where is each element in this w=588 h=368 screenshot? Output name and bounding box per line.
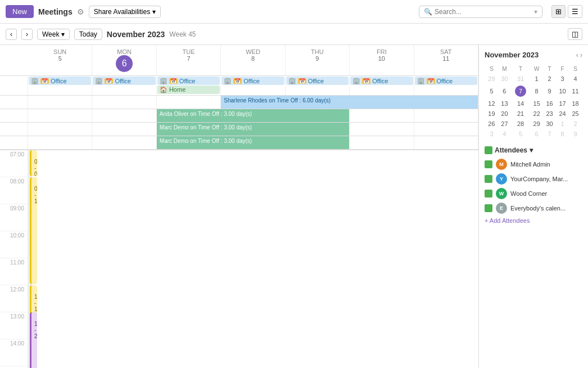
share-availabilities-button[interactable]: Share Availabilities ▾ [89, 6, 161, 18]
home-event-tue[interactable]: 🏠 Home [157, 86, 220, 94]
mini-day[interactable]: 21 [512, 109, 530, 118]
mini-day[interactable]: 2 [544, 74, 555, 83]
mini-day[interactable]: 9 [544, 84, 555, 98]
office-event-sat[interactable]: 🏢 📅 Office [415, 77, 477, 85]
mini-cal-prev-button[interactable]: ‹ [576, 51, 578, 59]
mini-day[interactable]: 24 [557, 109, 568, 118]
attendee-checkbox-everybody[interactable] [485, 204, 492, 212]
list-view-button[interactable]: ☰ [568, 5, 582, 18]
allday-sat: 🏢 📅 Office [414, 76, 478, 95]
mini-day[interactable]: 8 [557, 129, 568, 138]
sharlene-timeoff-event[interactable]: Sharlene Rhodes on Time Off : 6.00 day(s… [221, 96, 478, 109]
timed-event-warranty[interactable]: Warranty (#03)07:00 - 08:00 [30, 150, 37, 176]
office-event-thu[interactable]: 🏢 📅 Office [286, 77, 349, 85]
mini-day[interactable]: 6 [499, 84, 510, 98]
search-box[interactable]: 🔍 ▾ [419, 6, 542, 18]
marc-timeoff-event1[interactable]: Marc Demo on Time Off : 3.00 day(s) [157, 123, 350, 136]
time-grid-body: 07:0008:0009:0010:0011:0012:0013:0014:00… [0, 150, 478, 368]
time-label-10:00: 10:00 [0, 231, 28, 258]
allday-tue: 🏢 📅 Office 🏠 Home [157, 76, 221, 95]
allday-fri: 🏢 📅 Office [350, 76, 414, 95]
mini-day[interactable]: 2 [569, 119, 581, 128]
sharlene-timeoff-row: Sharlene Rhodes on Time Off : 6.00 day(s… [0, 96, 478, 109]
anita-timeoff-event[interactable]: Anita Oliver on Time Off : 3.00 day(s) [157, 109, 350, 122]
navbar: ‹ › Week ▾ Today November 2023 Week 45 ◫ [0, 24, 588, 45]
prev-week-button[interactable]: ‹ [6, 29, 17, 40]
mini-day[interactable]: 22 [531, 109, 542, 118]
mini-day[interactable]: 26 [486, 119, 497, 128]
view-toggle: ⊞ ☰ [551, 5, 582, 18]
home-icon: 🏠 [160, 86, 168, 93]
marc-timeoff-event2[interactable]: Marc Demo on Time Off : 3.00 day(s) [157, 136, 350, 149]
office-event-sun[interactable]: 🏢 📅 Office [29, 77, 91, 85]
mini-day[interactable]: 19 [486, 109, 497, 118]
marc-timeoff-row2: Marc Demo on Time Off : 3.00 day(s) [0, 136, 478, 150]
mini-day[interactable]: 4 [499, 129, 510, 138]
time-gutter-header [0, 45, 28, 75]
attendee-checkbox-yourcompany[interactable] [485, 175, 492, 183]
mini-day[interactable]: 5 [486, 84, 497, 98]
mini-day[interactable]: 25 [569, 109, 581, 118]
building-icon: 🏢 [224, 77, 232, 84]
mini-day[interactable]: 7 [512, 84, 530, 98]
mini-dow-t1: T [512, 65, 530, 73]
next-week-button[interactable]: › [21, 29, 33, 40]
mini-day[interactable]: 1 [531, 74, 542, 83]
mini-cal-week1: 29 30 31 1 2 3 4 [486, 74, 581, 83]
mini-day[interactable]: 10 [557, 84, 568, 98]
mini-day[interactable]: 29 [486, 74, 497, 83]
collapse-sidebar-button[interactable]: ◫ [568, 28, 582, 40]
mini-day[interactable]: 12 [486, 99, 497, 108]
mini-day[interactable]: 7 [544, 129, 555, 138]
timed-event-initial-discussion[interactable]: Initial discussion13:00 - 20:00 [30, 312, 37, 368]
mini-day[interactable]: 14 [512, 99, 530, 108]
gear-icon[interactable]: ⚙ [77, 7, 84, 16]
search-dropdown-icon[interactable]: ▾ [534, 8, 537, 16]
building-icon: 🏢 [160, 77, 168, 84]
mini-day[interactable]: 23 [544, 109, 555, 118]
timed-event-presentation[interactable]: Presentation for new serv...08:00 - 12:0… [30, 177, 37, 284]
mini-day[interactable]: 15 [531, 99, 542, 108]
mini-day[interactable]: 30 [544, 119, 555, 128]
calendar-view-button[interactable]: ⊞ [551, 5, 566, 18]
office-event-mon[interactable]: 🏢 📅 Office [93, 77, 155, 85]
week-picker-button[interactable]: Week ▾ [37, 29, 70, 40]
today-button[interactable]: Today [74, 29, 102, 40]
mini-day[interactable]: 11 [569, 84, 581, 98]
mini-day[interactable]: 20 [499, 109, 510, 118]
mini-day[interactable]: 27 [499, 119, 510, 128]
mini-day[interactable]: 13 [499, 99, 510, 108]
mini-day[interactable]: 31 [512, 74, 530, 83]
mini-day[interactable]: 16 [544, 99, 555, 108]
search-input[interactable] [435, 8, 534, 16]
mini-day[interactable]: 29 [531, 119, 542, 128]
building-icon: 🏢 [352, 77, 360, 84]
office-label-icon: 📅 [40, 78, 49, 84]
attendees-header[interactable]: Attendees ▾ [485, 146, 582, 154]
add-attendees-button[interactable]: + Add Attendees [485, 217, 582, 224]
current-period: November 2023 [107, 30, 165, 39]
day-header-mon: MON 6 [92, 45, 156, 75]
mini-day[interactable]: 6 [531, 129, 542, 138]
office-event-fri[interactable]: 🏢 📅 Office [350, 77, 413, 85]
mini-day[interactable]: 3 [557, 74, 568, 83]
day-header-sat: SAT 11 [414, 45, 478, 75]
attendee-checkbox-mitchell[interactable] [485, 160, 492, 168]
mini-day[interactable]: 3 [486, 129, 497, 138]
mini-cal-next-button[interactable]: › [580, 51, 582, 59]
mini-day[interactable]: 17 [557, 99, 568, 108]
office-event-wed[interactable]: 🏢 📅 Office [221, 77, 284, 85]
new-button[interactable]: New [6, 5, 34, 18]
mini-day[interactable]: 30 [499, 74, 510, 83]
mini-cal-week3: 12 13 14 15 16 17 18 [486, 99, 581, 108]
mini-day[interactable]: 9 [569, 129, 581, 138]
mini-cal-title: November 2023 [485, 51, 539, 59]
mini-day[interactable]: 5 [512, 129, 530, 138]
mini-day[interactable]: 1 [557, 119, 568, 128]
mini-day[interactable]: 28 [512, 119, 530, 128]
office-event-tue[interactable]: 🏢 📅 Office [157, 77, 220, 85]
mini-day[interactable]: 8 [531, 84, 542, 98]
attendee-checkbox-woodcorner[interactable] [485, 190, 492, 198]
mini-day[interactable]: 18 [569, 99, 581, 108]
mini-day[interactable]: 4 [569, 74, 581, 83]
